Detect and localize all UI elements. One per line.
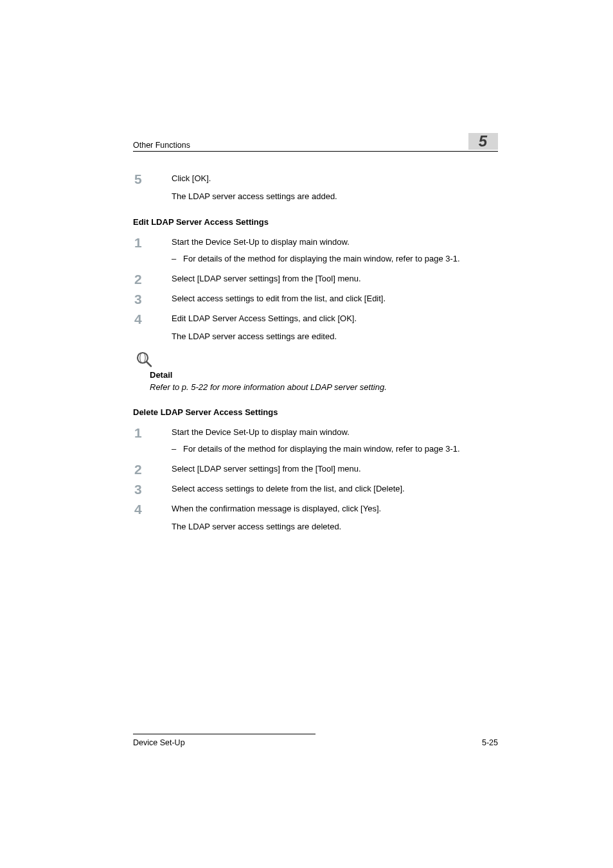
step-text: The LDAP server access settings are adde… <box>172 190 498 203</box>
edit-step-1: 1 Start the Device Set-Up to display mai… <box>133 236 498 265</box>
step-text: Edit LDAP Server Access Settings, and cl… <box>172 312 498 325</box>
edit-step-3: 3 Select access settings to edit from th… <box>133 292 498 306</box>
step-text: Select [LDAP server settings] from the [… <box>172 272 498 285</box>
chapter-badge: 5 <box>468 133 498 150</box>
edit-step-2: 2 Select [LDAP server settings] from the… <box>133 272 498 286</box>
step-subtext: For details of the method for displaying… <box>183 443 460 456</box>
edit-step-4: 4 Edit LDAP Server Access Settings, and … <box>133 312 498 343</box>
dash-bullet: – <box>172 252 183 265</box>
step-text: Start the Device Set-Up to display main … <box>172 236 498 249</box>
step-text: Start the Device Set-Up to display main … <box>172 426 498 439</box>
step-number: 5 <box>133 172 172 203</box>
step-text: When the confirmation message is display… <box>172 502 498 515</box>
footer-doc-title: Device Set-Up <box>133 738 185 747</box>
delete-step-3: 3 Select access settings to delete from … <box>133 483 498 496</box>
heading-edit-ldap: Edit LDAP Server Access Settings <box>133 217 498 227</box>
heading-delete-ldap: Delete LDAP Server Access Settings <box>133 407 498 417</box>
step-text: Select [LDAP server settings] from the [… <box>172 463 498 475</box>
dash-bullet: – <box>172 443 183 456</box>
magnifier-icon <box>136 351 154 369</box>
step-number: 2 <box>133 463 172 476</box>
delete-step-2: 2 Select [LDAP server settings] from the… <box>133 463 498 476</box>
detail-text: Refer to p. 5-22 for more information ab… <box>150 381 498 394</box>
step-text: Select access settings to delete from th… <box>172 483 498 495</box>
step-number: 4 <box>133 502 172 533</box>
page-footer: Device Set-Up 5-25 <box>133 734 498 747</box>
footer-page-number: 5-25 <box>482 738 498 747</box>
svg-point-1 <box>140 353 145 363</box>
step-text: Select access settings to edit from the … <box>172 292 498 305</box>
delete-step-4: 4 When the confirmation message is displ… <box>133 502 498 533</box>
step-number: 3 <box>133 292 172 306</box>
step-5: 5 Click [OK]. The LDAP server access set… <box>133 172 498 203</box>
step-text: Click [OK]. <box>172 172 498 185</box>
step-text: The LDAP server access settings are edit… <box>172 330 498 343</box>
delete-step-1: 1 Start the Device Set-Up to display mai… <box>133 426 498 456</box>
chapter-number: 5 <box>479 132 488 150</box>
page-header: Other Functions 5 <box>133 133 498 152</box>
step-number: 4 <box>133 312 172 343</box>
svg-line-2 <box>147 362 151 366</box>
step-number: 1 <box>133 426 172 456</box>
section-title: Other Functions <box>133 141 190 150</box>
step-number: 1 <box>133 236 172 265</box>
footer-rule <box>133 734 315 734</box>
step-number: 2 <box>133 272 172 286</box>
step-subtext: For details of the method for displaying… <box>183 252 460 265</box>
detail-label: Detail <box>150 370 498 380</box>
step-number: 3 <box>133 483 172 496</box>
detail-note: Detail Refer to p. 5-22 for more informa… <box>136 351 498 394</box>
step-text: The LDAP server access settings are dele… <box>172 520 498 533</box>
